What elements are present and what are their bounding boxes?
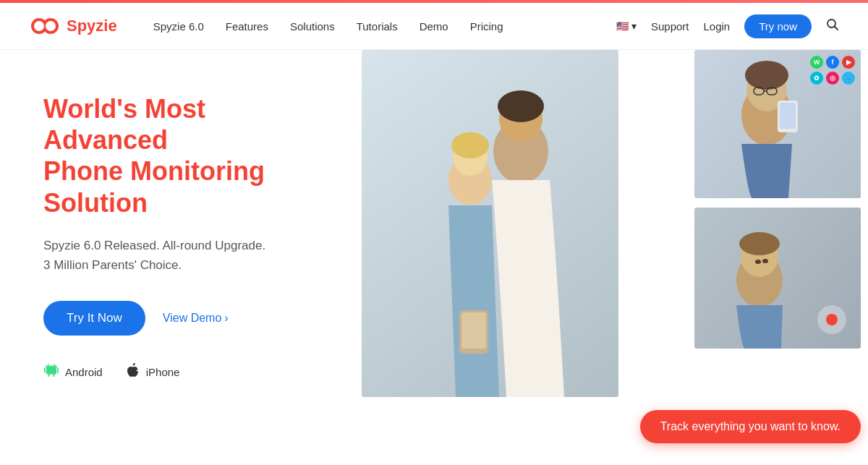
cta-row: Try It Now View Demo › — [43, 301, 318, 336]
nav-item-demo[interactable]: Demo — [420, 20, 448, 33]
main-content: World's Most Advanced Phone Monitoring S… — [0, 50, 868, 465]
youtube-icon: ▶ — [842, 56, 855, 69]
chevron-down-icon: ▾ — [631, 20, 637, 32]
platform-row: Android iPhone — [43, 362, 318, 382]
logo-text: Spyzie — [67, 17, 117, 35]
svg-point-33 — [739, 232, 780, 255]
svg-point-24 — [745, 61, 788, 90]
hero-top-right-image: W f ▶ ✿ ◎ 🐦 — [694, 50, 861, 198]
hero-subtext: Spyzie 6.0 Released. All-round Upgrade. … — [43, 236, 318, 275]
svg-point-15 — [498, 90, 544, 122]
subtext-line1: Spyzie 6.0 Released. All-round Upgrade. — [43, 239, 265, 252]
record-button-overlay — [817, 305, 846, 334]
android-icon — [43, 362, 59, 382]
try-now-button[interactable]: Try now — [744, 14, 812, 38]
social-icons: W f ▶ ✿ ◎ 🐦 — [810, 56, 855, 85]
nav-item-solutions[interactable]: Solutions — [290, 20, 335, 33]
headline-line3: Solution — [43, 188, 148, 218]
android-label: Android — [65, 366, 103, 378]
track-pill: Track everything you want to know. — [640, 410, 861, 443]
svg-point-35 — [762, 259, 768, 263]
view-demo-arrow: › — [224, 312, 228, 325]
whatsapp-icon: W — [810, 56, 823, 69]
hero-left: World's Most Advanced Phone Monitoring S… — [0, 50, 347, 465]
hero-main-image-inner — [362, 50, 618, 397]
headline-line2: Phone Monitoring — [43, 156, 265, 186]
iphone-label: iPhone — [146, 366, 180, 378]
hero-images: W f ▶ ✿ ◎ 🐦 — [347, 50, 868, 465]
flag-icon: 🇺🇸 — [616, 20, 629, 32]
svg-point-2 — [34, 21, 44, 31]
nav-item-features[interactable]: Features — [226, 20, 268, 33]
support-link[interactable]: Support — [651, 20, 689, 33]
view-demo-label: View Demo — [163, 312, 222, 325]
nav-item-pricing[interactable]: Pricing — [470, 20, 503, 33]
hero-bottom-right-image — [694, 208, 861, 349]
svg-point-3 — [46, 21, 56, 31]
twitter-icon: 🐦 — [842, 72, 855, 85]
language-selector[interactable]: 🇺🇸 ▾ — [616, 20, 637, 32]
subtext-line2: 3 Million Parents' Choice. — [43, 258, 182, 272]
top-right-image-inner: W f ▶ ✿ ◎ 🐦 — [694, 50, 861, 198]
header: Spyzie Spyzie 6.0 Features Solutions Tut… — [0, 3, 868, 50]
header-right: 🇺🇸 ▾ Support Login Try now — [616, 14, 839, 38]
instagram-icon: ◎ — [826, 72, 839, 85]
svg-rect-20 — [461, 312, 486, 349]
view-demo-link[interactable]: View Demo › — [163, 312, 229, 325]
record-dot — [826, 314, 838, 325]
nav-item-tutorials[interactable]: Tutorials — [357, 20, 398, 33]
login-link[interactable]: Login — [704, 20, 731, 33]
svg-line-5 — [835, 26, 838, 30]
main-nav: Spyzie 6.0 Features Solutions Tutorials … — [153, 20, 616, 33]
try-it-now-button[interactable]: Try It Now — [43, 301, 145, 336]
bottom-right-image-inner — [694, 208, 861, 349]
hero-headline: World's Most Advanced Phone Monitoring S… — [43, 93, 318, 218]
wechat-icon: ✿ — [810, 72, 823, 85]
platform-android: Android — [43, 362, 103, 382]
apple-icon — [126, 362, 140, 382]
platform-iphone: iPhone — [126, 362, 180, 382]
search-icon[interactable] — [826, 18, 839, 35]
nav-item-spyzie60[interactable]: Spyzie 6.0 — [153, 20, 204, 33]
headline-line1: World's Most Advanced — [43, 94, 205, 155]
logo-icon — [29, 16, 61, 36]
facebook-icon: f — [826, 56, 839, 69]
svg-point-34 — [755, 260, 761, 264]
hero-main-image — [362, 50, 618, 397]
svg-point-18 — [451, 132, 489, 158]
svg-rect-29 — [780, 103, 796, 129]
logo[interactable]: Spyzie — [29, 16, 117, 36]
